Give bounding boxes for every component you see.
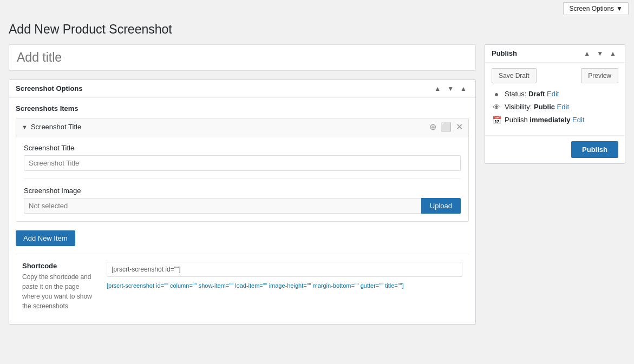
metabox-header: Screenshot Options ▲ ▼ ▲ (9, 80, 475, 98)
shortcode-full-text: [prscrt-screenshot id="" column="" show-… (107, 281, 462, 290)
visibility-icon: 👁 (492, 103, 501, 111)
metabox-expand-button[interactable]: ▲ (458, 84, 469, 93)
publish-expand-button[interactable]: ▲ (607, 49, 618, 58)
screen-options-arrow-icon: ▼ (616, 5, 623, 12)
publish-collapse-down-button[interactable]: ▼ (594, 49, 605, 58)
metabox-collapse-down-button[interactable]: ▼ (445, 84, 456, 93)
publish-metabox-controls: ▲ ▼ ▲ (581, 49, 618, 58)
publish-footer: Publish (485, 135, 625, 163)
title-field-group: Screenshot Title (24, 144, 461, 171)
drag-handle-icon[interactable]: ⊕ (429, 123, 436, 131)
publish-metabox-body: Save Draft Preview ● Status: Draft Edit … (485, 63, 625, 135)
image-input-row: Upload (24, 198, 461, 214)
shortcode-title: Shortcode (22, 262, 98, 270)
schedule-value: immediately (530, 116, 570, 124)
screenshots-items-title: Screenshots Items (16, 104, 469, 112)
metabox-title: Screenshot Options (16, 84, 83, 92)
preview-button[interactable]: Preview (581, 68, 618, 83)
publish-metabox-title: Publish (492, 49, 517, 57)
top-bar: Screen Options ▼ (0, 0, 634, 17)
remove-icon[interactable]: ✕ (456, 123, 463, 131)
visibility-label-text: Visibility: (505, 103, 532, 111)
schedule-label-text: Publish (505, 116, 528, 124)
screen-options-button[interactable]: Screen Options ▼ (563, 2, 629, 15)
page-title: Add New Product Screenshot (0, 17, 634, 44)
publish-actions-row: Save Draft Preview (492, 68, 618, 83)
image-field-label: Screenshot Image (24, 187, 461, 195)
visibility-label: Visibility: Public Edit (505, 103, 569, 111)
copy-icon[interactable]: ⬜ (441, 123, 452, 131)
schedule-label: Publish immediately Edit (505, 116, 584, 124)
add-new-item-button[interactable]: Add New Item (16, 230, 75, 246)
save-draft-button[interactable]: Save Draft (492, 68, 537, 83)
left-column: Screenshot Options ▲ ▼ ▲ Screenshots Ite… (9, 44, 476, 333)
metabox-collapse-up-button[interactable]: ▲ (432, 84, 443, 93)
shortcode-section: Shortcode Copy the shortcode and paste i… (16, 262, 469, 317)
image-field-group: Screenshot Image Upload (24, 187, 461, 214)
screenshot-item: ▼ Screenshot Title ⊕ ⬜ ✕ Screenshot Titl… (16, 118, 469, 222)
publish-metabox: Publish ▲ ▼ ▲ Save Draft Preview ● Stat (485, 44, 625, 164)
title-field-label: Screenshot Title (24, 144, 461, 152)
post-title-input[interactable] (9, 44, 476, 71)
visibility-edit-link[interactable]: Edit (557, 103, 569, 111)
screenshot-title-input[interactable] (24, 155, 461, 171)
schedule-row: 📅 Publish immediately Edit (492, 116, 618, 124)
main-content: Screenshot Options ▲ ▼ ▲ Screenshots Ite… (0, 44, 634, 342)
publish-metabox-header: Publish ▲ ▼ ▲ (485, 45, 625, 63)
status-label-text: Status: (505, 90, 526, 98)
status-row: ● Status: Draft Edit (492, 90, 618, 98)
publish-meta: ● Status: Draft Edit 👁 Visibility: Publi… (492, 90, 618, 124)
visibility-value: Public (534, 103, 555, 111)
right-column: Publish ▲ ▼ ▲ Save Draft Preview ● Stat (485, 44, 625, 333)
shortcode-input[interactable] (107, 262, 462, 277)
screenshot-image-input[interactable] (24, 198, 421, 214)
field-divider (24, 178, 461, 179)
screenshot-options-metabox: Screenshot Options ▲ ▼ ▲ Screenshots Ite… (9, 80, 476, 325)
schedule-edit-link[interactable]: Edit (572, 116, 584, 124)
screenshot-item-toggle-icon[interactable]: ▼ (22, 124, 28, 130)
screenshot-item-title-row: ▼ Screenshot Title (22, 123, 81, 131)
screen-options-label: Screen Options (569, 5, 614, 12)
status-icon: ● (492, 90, 501, 98)
screenshot-item-title-label: Screenshot Title (31, 123, 81, 131)
status-label: Status: Draft Edit (505, 90, 559, 98)
schedule-icon: 📅 (492, 116, 501, 124)
metabox-controls: ▲ ▼ ▲ (432, 84, 469, 93)
section-divider (16, 254, 469, 254)
status-value: Draft (528, 90, 545, 98)
upload-button[interactable]: Upload (421, 198, 461, 214)
visibility-row: 👁 Visibility: Public Edit (492, 103, 618, 111)
screenshot-item-header: ▼ Screenshot Title ⊕ ⬜ ✕ (16, 118, 468, 136)
screenshot-item-body: Screenshot Title Screenshot Image Upload (16, 136, 468, 221)
screenshot-item-actions: ⊕ ⬜ ✕ (429, 123, 463, 131)
shortcode-description: Copy the shortcode and paste it on the p… (22, 272, 98, 311)
metabox-body: Screenshots Items ▼ Screenshot Title ⊕ ⬜… (9, 98, 475, 324)
shortcode-label-col: Shortcode Copy the shortcode and paste i… (22, 262, 98, 311)
publish-collapse-up-button[interactable]: ▲ (581, 49, 592, 58)
shortcode-value-col: [prscrt-screenshot id="" column="" show-… (107, 262, 462, 311)
publish-button[interactable]: Publish (571, 141, 618, 158)
status-edit-link[interactable]: Edit (547, 90, 559, 98)
